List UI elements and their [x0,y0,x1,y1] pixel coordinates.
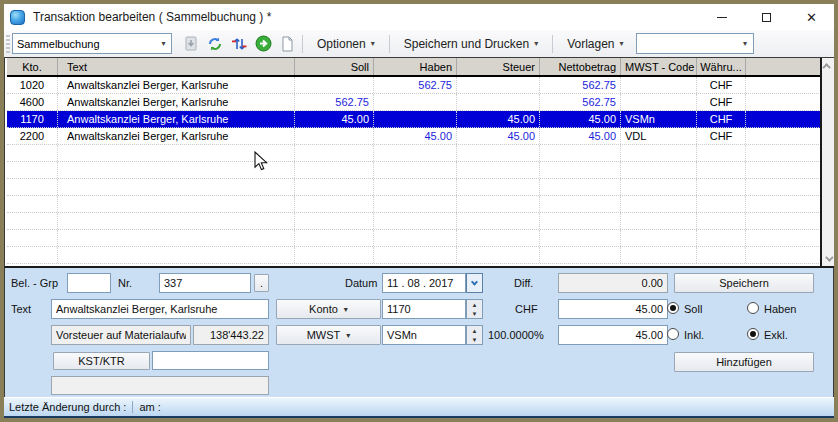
cell-mwst[interactable]: VDL [621,128,697,144]
column-header-steuer[interactable]: Steuer [457,58,540,75]
cell-haben[interactable] [374,111,457,127]
cell-soll[interactable] [295,128,374,144]
maximize-button[interactable] [744,4,789,30]
konto-spinner[interactable]: ▲▼ [466,299,483,319]
cell-text[interactable]: Anwaltskanzlei Berger, Karlsruhe [58,94,295,110]
vorlagen-button[interactable]: Vorlagen ▾ [559,33,631,54]
cell-haben[interactable] [374,94,457,110]
template-select[interactable]: ▾ [636,33,754,54]
konto-select-button[interactable]: Konto▾ [276,299,381,319]
soll-radio[interactable] [667,302,679,314]
cell-mwst[interactable] [621,77,697,93]
adjust-columns-icon[interactable] [230,35,248,53]
cell-mwst[interactable] [621,94,697,110]
soll-radio-label[interactable]: Soll [684,303,702,315]
speichern-button[interactable]: Speichern [674,273,814,293]
cell-waehrung[interactable]: CHF [697,128,746,144]
kst-ktr-input[interactable] [152,351,269,370]
empty-row[interactable] [7,196,823,213]
nr-input[interactable] [159,273,251,293]
mwst-select-button[interactable]: MWST▾ [276,325,381,345]
kst-ktr-button[interactable]: KST/KTR [53,352,150,370]
optionen-label: Optionen [317,37,366,51]
cell-netto[interactable]: 562.75 [540,94,621,110]
haben-radio[interactable] [747,302,759,314]
bel-grp-input[interactable] [67,273,111,293]
inkl-radio[interactable] [667,328,679,340]
cell-steuer[interactable]: 45.00 [457,128,540,144]
cell-text[interactable]: Anwaltskanzlei Berger, Karlsruhe [58,77,295,93]
date-picker-button[interactable] [466,273,483,293]
cell-waehrung[interactable]: CHF [697,77,746,93]
column-header-text[interactable]: Text [58,58,295,75]
spin-down-icon[interactable]: ▼ [467,335,482,344]
table-row[interactable]: 1020 Anwaltskanzlei Berger, Karlsruhe 56… [7,77,823,94]
netto-input[interactable] [558,325,668,345]
column-header-haben[interactable]: Haben [374,58,457,75]
go-icon[interactable] [254,35,272,53]
close-button[interactable]: ✕ [789,4,834,30]
chevron-down-icon[interactable]: ▾ [738,39,753,48]
booking-type-select[interactable]: Sammelbuchung ▾ [12,33,172,54]
cell-netto[interactable]: 562.75 [540,77,621,93]
cell-kto[interactable]: 2200 [7,128,58,144]
inkl-radio-label[interactable]: Inkl. [684,329,704,341]
mwst-code-input[interactable] [382,325,466,345]
optionen-button[interactable]: Optionen ▾ [309,33,383,54]
text-input[interactable] [51,299,269,319]
chevron-down-icon[interactable]: ▾ [156,39,171,48]
cell-waehrung[interactable]: CHF [697,94,746,110]
mwst-spinner[interactable]: ▲▼ [466,325,483,345]
cell-kto[interactable]: 1020 [7,77,58,93]
new-document-icon[interactable] [278,35,296,53]
empty-row[interactable] [7,162,823,179]
speichern-und-drucken-button[interactable]: Speichern und Drucken ▾ [396,33,546,54]
cell-soll[interactable]: 562.75 [295,94,374,110]
dot-button[interactable]: . [254,274,269,292]
cell-netto[interactable]: 45.00 [540,128,621,144]
empty-row[interactable] [7,247,823,264]
spin-up-icon[interactable]: ▲ [467,326,482,335]
cell-waehrung[interactable]: CHF [697,111,746,127]
spin-down-icon[interactable]: ▼ [467,309,482,318]
refresh-icon[interactable] [206,35,224,53]
vertical-scrollbar[interactable] [820,58,834,266]
betrag-input[interactable] [558,299,668,319]
import-icon[interactable] [182,35,200,53]
konto-input[interactable] [382,299,466,319]
cell-netto[interactable]: 45.00 [540,111,621,127]
column-header-nettobetrag[interactable]: Nettobetrag [540,58,621,75]
exkl-radio-label[interactable]: Exkl. [764,329,788,341]
cell-kto[interactable]: 1170 [7,111,58,127]
column-header-waehrung[interactable]: Währu... [697,58,746,75]
cell-steuer[interactable] [457,94,540,110]
exkl-radio[interactable] [747,328,759,340]
cell-soll[interactable]: 45.00 [295,111,374,127]
empty-row[interactable] [7,145,823,162]
hinzufuegen-button[interactable]: Hinzufügen [674,352,814,372]
empty-row[interactable] [7,230,823,247]
column-header-mwst-code[interactable]: MWST - Code [621,58,697,75]
table-row-selected[interactable]: 1170 Anwaltskanzlei Berger, Karlsruhe 45… [7,111,823,128]
cell-mwst[interactable]: VSMn [621,111,697,127]
table-row[interactable]: 2200 Anwaltskanzlei Berger, Karlsruhe 45… [7,128,823,145]
cell-steuer[interactable]: 45.00 [457,111,540,127]
datum-input[interactable] [382,273,466,293]
table-row[interactable]: 4600 Anwaltskanzlei Berger, Karlsruhe 56… [7,94,823,111]
empty-row[interactable] [7,179,823,196]
column-header-kto[interactable]: Kto. [7,58,58,75]
cell-text[interactable]: Anwaltskanzlei Berger, Karlsruhe [58,111,295,127]
spin-up-icon[interactable]: ▲ [467,300,482,309]
scroll-down-button[interactable] [822,251,834,266]
minimize-button[interactable] [699,4,744,30]
cell-text[interactable]: Anwaltskanzlei Berger, Karlsruhe [58,128,295,144]
haben-radio-label[interactable]: Haben [764,303,796,315]
cell-kto[interactable]: 4600 [7,94,58,110]
cell-haben[interactable]: 562.75 [374,77,457,93]
cell-soll[interactable] [295,77,374,93]
cell-haben[interactable]: 45.00 [374,128,457,144]
cell-steuer[interactable] [457,77,540,93]
column-header-soll[interactable]: Soll [295,58,374,75]
scroll-up-button[interactable] [822,58,834,73]
empty-row[interactable] [7,213,823,230]
